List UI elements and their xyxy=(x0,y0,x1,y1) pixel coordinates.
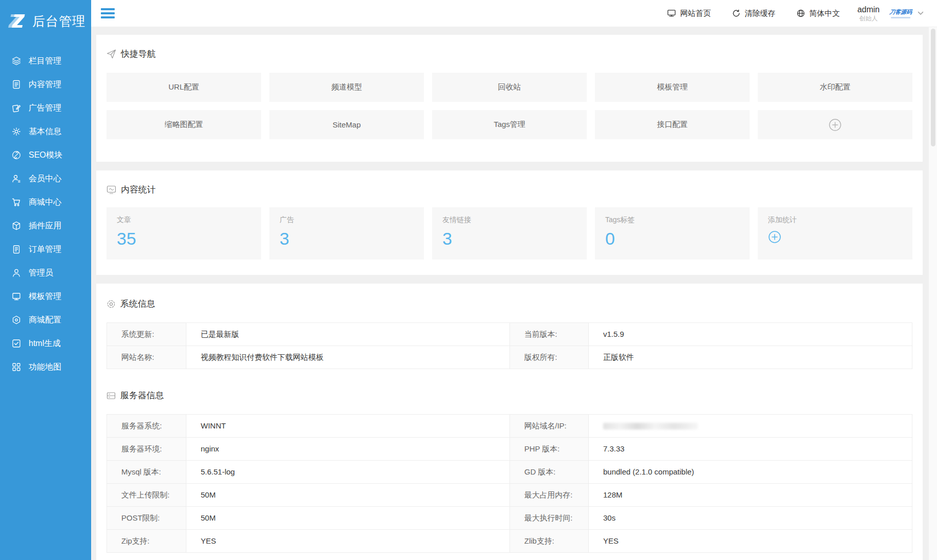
sidebar-item-label: 内容管理 xyxy=(29,79,61,90)
brand-logo[interactable]: 刀客源码 xyxy=(888,8,913,18)
info-value: bundled (2.1.0 compatible) xyxy=(589,461,912,483)
topbar: 网站首页 清除缓存 简体中文 admin 创始人 刀客源码 xyxy=(91,0,937,27)
monitor-icon xyxy=(667,9,676,17)
person-icon xyxy=(12,268,21,277)
server-info-table: 服务器系统: WINNT 网站域名/IP: 服务器环境: nginx PHP 版… xyxy=(107,414,912,553)
brand-text: 刀客源码 xyxy=(887,8,914,16)
stat-articles: 文章 35 xyxy=(107,207,261,260)
quicknav-thumbnail-button[interactable]: 缩略图配置 xyxy=(107,110,261,139)
info-label: PHP 版本: xyxy=(509,438,589,460)
plus-circle-icon xyxy=(828,118,842,132)
sidebar-item-label: 基本信息 xyxy=(29,126,61,137)
topbar-link-label: 简体中文 xyxy=(809,9,840,18)
document-icon xyxy=(12,80,21,89)
info-value: 7.3.33 xyxy=(589,438,912,460)
layers-icon xyxy=(12,56,21,66)
add-shortcut-button[interactable] xyxy=(758,110,912,139)
app-logo[interactable]: 后台管理 xyxy=(0,0,91,33)
sidebar-item-mall[interactable]: 商城中心 xyxy=(0,190,91,214)
stat-value: 0 xyxy=(605,229,739,248)
info-label: 最大占用内存: xyxy=(509,484,589,506)
sidebar-item-seo[interactable]: SEO模块 xyxy=(0,143,91,167)
gear-icon xyxy=(107,299,116,309)
stat-label: 添加统计 xyxy=(768,216,902,225)
info-value: YES xyxy=(589,530,912,552)
plus-circle-icon[interactable] xyxy=(768,230,781,244)
stat-value: 35 xyxy=(117,229,251,248)
sidebar-item-orders[interactable]: 订单管理 xyxy=(0,238,91,261)
info-value: WINNT xyxy=(186,415,509,437)
quicknav-recycle-bin-button[interactable]: 回收站 xyxy=(432,73,587,102)
hamburger-menu-button[interactable] xyxy=(101,8,115,18)
quicknav-tags-button[interactable]: Tags管理 xyxy=(432,110,587,139)
quicknav-template-mgmt-button[interactable]: 模板管理 xyxy=(595,73,750,102)
server-info-title-row: 服务器信息 xyxy=(107,390,912,401)
quicknav-sitemap-button[interactable]: SiteMap xyxy=(269,110,424,139)
info-value: 视频教程知识付费软件下载网站模板 xyxy=(186,346,509,369)
user-menu[interactable]: admin 创始人 xyxy=(857,5,880,23)
scrollbar-track[interactable] xyxy=(928,27,937,560)
info-label: GD 版本: xyxy=(509,461,589,483)
quicknav-watermark-button[interactable]: 水印配置 xyxy=(758,73,912,102)
logo-z-icon xyxy=(7,13,28,29)
sidebar-item-plugins[interactable]: 插件应用 xyxy=(0,214,91,238)
stats-grid: 文章 35 广告 3 友情链接 3 Tags标签 0 添加统计 xyxy=(107,207,912,260)
sidebar-item-mall-config[interactable]: 商城配置 xyxy=(0,308,91,332)
sidebar-item-admins[interactable]: 管理员 xyxy=(0,261,91,285)
sidebar-item-members[interactable]: 会员中心 xyxy=(0,167,91,190)
chevron-down-icon[interactable] xyxy=(918,11,924,15)
sidebar-item-content[interactable]: 内容管理 xyxy=(0,73,91,96)
info-value: v1.5.9 xyxy=(589,323,912,346)
refresh-icon xyxy=(732,9,740,17)
info-label: 服务器环境: xyxy=(107,438,186,460)
stat-label: 广告 xyxy=(280,216,414,225)
info-label: 系统更新: xyxy=(107,323,186,346)
stats-screen-icon xyxy=(107,185,116,195)
section-title: 系统信息 xyxy=(120,298,155,310)
sidebar-item-templates[interactable]: 模板管理 xyxy=(0,285,91,308)
topbar-link-language[interactable]: 简体中文 xyxy=(797,9,840,18)
content-stats-card: 内容统计 文章 35 广告 3 友情链接 3 Tags标签 0 xyxy=(96,170,923,275)
info-label: Zlib支持: xyxy=(509,530,589,552)
stat-value: 3 xyxy=(280,229,414,248)
info-label: 网站域名/IP: xyxy=(509,415,589,437)
sidebar-item-label: SEO模块 xyxy=(29,150,62,161)
sidebar-item-label: 模板管理 xyxy=(29,291,61,302)
topbar-link-clear-cache[interactable]: 清除缓存 xyxy=(732,9,775,18)
scrollbar-thumb[interactable] xyxy=(931,29,935,146)
sidebar: 后台管理 栏目管理 内容管理 广告管理 基本信息 SEO模块 xyxy=(0,0,91,560)
grid-icon xyxy=(12,362,21,372)
brand-url-line xyxy=(891,17,910,18)
cube-icon xyxy=(12,221,21,230)
info-value: 正版软件 xyxy=(589,346,912,369)
globe-icon xyxy=(797,9,805,17)
info-value xyxy=(589,415,912,437)
sidebar-item-basic-info[interactable]: 基本信息 xyxy=(0,120,91,143)
quicknav-url-config-button[interactable]: URL配置 xyxy=(107,73,261,102)
sidebar-item-columns[interactable]: 栏目管理 xyxy=(0,49,91,73)
sidebar-item-feature-map[interactable]: 功能地图 xyxy=(0,355,91,379)
sidebar-item-label: 广告管理 xyxy=(29,103,61,114)
info-label: 当前版本: xyxy=(509,323,589,346)
topbar-right: 网站首页 清除缓存 简体中文 admin 创始人 刀客源码 xyxy=(646,5,924,23)
section-title: 服务器信息 xyxy=(120,390,164,401)
system-info-card: 系统信息 系统更新: 已是最新版 当前版本: v1.5.9 网站名称: 视频教程… xyxy=(96,284,923,560)
table-row: 服务器系统: WINNT 网站域名/IP: xyxy=(107,415,912,437)
quicknav-channel-model-button[interactable]: 频道模型 xyxy=(269,73,424,102)
sidebar-item-ads[interactable]: 广告管理 xyxy=(0,96,91,120)
hexagon-gear-icon xyxy=(12,315,21,325)
stat-value: 3 xyxy=(442,229,577,248)
ad-pages-icon xyxy=(12,103,21,113)
stat-friend-links: 友情链接 3 xyxy=(432,207,587,260)
info-label: Mysql 版本: xyxy=(107,461,186,483)
sidebar-item-label: 商城配置 xyxy=(29,315,61,326)
sidebar-item-label: 商城中心 xyxy=(29,197,61,208)
user-role: 创始人 xyxy=(857,15,880,23)
topbar-link-site-home[interactable]: 网站首页 xyxy=(667,9,711,18)
add-statistic-card[interactable]: 添加统计 xyxy=(758,207,912,260)
section-title: 内容统计 xyxy=(121,184,156,196)
sidebar-item-label: 插件应用 xyxy=(29,221,61,231)
sidebar-item-html-gen[interactable]: html生成 xyxy=(0,332,91,355)
quicknav-api-config-button[interactable]: 接口配置 xyxy=(595,110,750,139)
info-label: 文件上传限制: xyxy=(107,484,186,506)
